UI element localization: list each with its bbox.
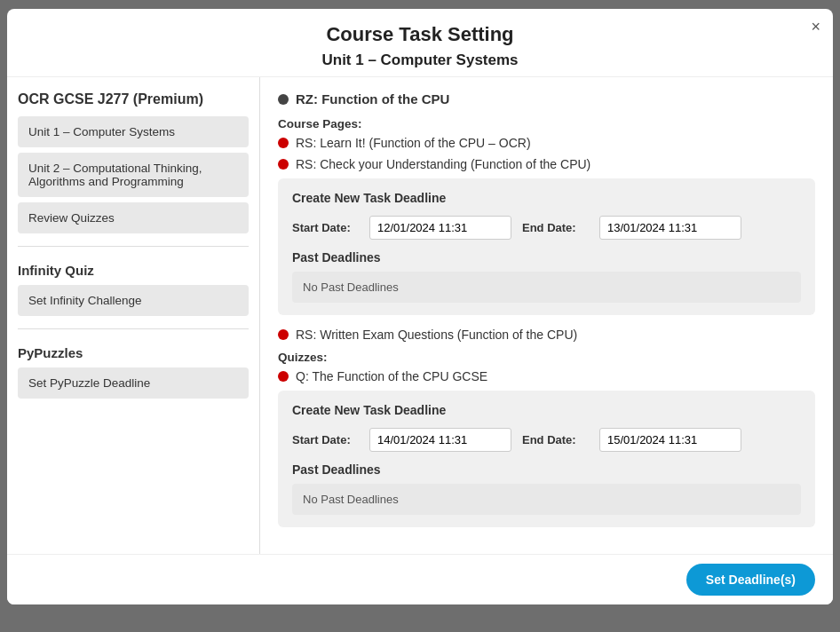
page-item-1: RS: Learn It! (Function of the CPU – OCR… [278,136,815,150]
no-deadlines-1: No Past Deadlines [292,272,801,303]
sidebar-course-title: OCR GCSE J277 (Premium) [18,91,249,107]
quiz-label-1: Q: The Function of the CPU GCSE [296,369,487,383]
modal-overlay: × Course Task Setting Unit 1 – Computer … [0,0,840,632]
sidebar-nav-item[interactable]: Review Quizzes [18,202,249,233]
quiz-item-1: Q: The Function of the CPU GCSE [278,369,815,383]
modal-header: Course Task Setting Unit 1 – Computer Sy… [7,9,833,77]
topic-heading: RZ: Function of the CPU [278,91,815,107]
sidebar-divider [18,246,249,247]
modal-footer: Set Deadline(s) [7,554,833,604]
set-deadline-button[interactable]: Set Deadline(s) [686,564,815,596]
end-date-input-2[interactable] [599,428,741,452]
sidebar-divider-2 [18,328,249,329]
sidebar: OCR GCSE J277 (Premium) Unit 1 – Compute… [7,77,260,554]
close-button[interactable]: × [811,18,820,36]
modal-title: Course Task Setting [25,23,815,46]
task-card-2-title: Create New Task Deadline [292,403,801,417]
end-date-label-1: End Date: [522,221,589,234]
start-date-input-2[interactable] [369,428,511,452]
task-card-1-title: Create New Task Deadline [292,191,801,205]
past-deadlines-label-2: Past Deadlines [292,462,801,477]
red-dot-2 [278,159,289,170]
quizzes-section-label: Quizzes: [278,351,815,364]
set-pypuzzle-button[interactable]: Set PyPuzzle Deadline [18,367,249,399]
end-date-input-1[interactable] [599,216,741,240]
page-label-1: RS: Learn It! (Function of the CPU – OCR… [296,136,531,150]
pages-section-label: Course Pages: [278,117,815,130]
sidebar-nav-item[interactable]: Unit 2 – Computational Thinking, Algorit… [18,153,249,197]
page-label-3: RS: Written Exam Questions (Function of … [296,328,577,342]
date-row-2: Start Date: End Date: [292,428,801,452]
modal: × Course Task Setting Unit 1 – Computer … [7,9,833,604]
red-dot-1 [278,138,289,148]
past-deadlines-label-1: Past Deadlines [292,250,801,265]
start-date-label-1: Start Date: [292,221,359,234]
red-dot-q1 [278,371,289,382]
task-card-1: Create New Task Deadline Start Date: End… [278,178,815,315]
topic-label: RZ: Function of the CPU [296,91,449,107]
task-card-2: Create New Task Deadline Start Date: End… [278,391,815,527]
unit-title: Unit 1 – Computer Systems [25,51,815,69]
sidebar-nav-item[interactable]: Unit 1 – Computer Systems [18,116,249,147]
page-item-2: RS: Check your Understanding (Function o… [278,157,815,171]
end-date-label-2: End Date: [522,433,589,446]
page-label-2: RS: Check your Understanding (Function o… [296,157,590,171]
no-deadlines-2: No Past Deadlines [292,484,801,515]
main-content: RZ: Function of the CPU Course Pages: RS… [260,77,833,554]
start-date-label-2: Start Date: [292,433,359,446]
red-dot-3 [278,329,289,340]
page-item-3: RS: Written Exam Questions (Function of … [278,328,815,342]
topic-dot [278,94,289,105]
start-date-input-1[interactable] [369,216,511,240]
pypuzzles-title: PyPuzzles [18,345,249,360]
date-row-1: Start Date: End Date: [292,216,801,240]
infinity-quiz-title: Infinity Quiz [18,263,249,278]
modal-body: OCR GCSE J277 (Premium) Unit 1 – Compute… [7,77,833,554]
set-infinity-challenge-button[interactable]: Set Infinity Challenge [18,285,249,316]
